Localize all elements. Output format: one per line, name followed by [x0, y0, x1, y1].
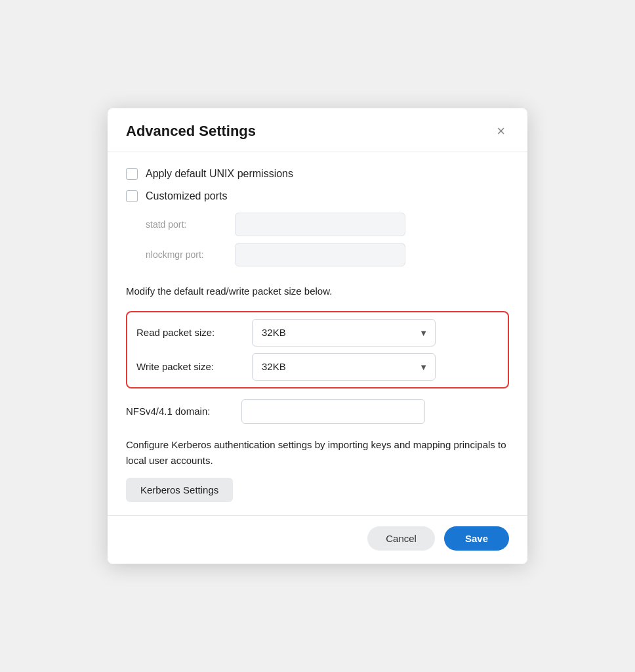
dialog-title: Advanced Settings — [126, 123, 256, 140]
nlockmgr-port-label: nlockmgr port: — [146, 249, 224, 260]
nfsv4-domain-label: NFSv4/4.1 domain: — [126, 406, 231, 417]
write-packet-select[interactable]: 8KB 16KB 32KB 64KB 128KB — [252, 353, 436, 381]
read-packet-row: Read packet size: 8KB 16KB 32KB 64KB 128… — [136, 319, 499, 346]
read-packet-select[interactable]: 8KB 16KB 32KB 64KB 128KB — [252, 319, 436, 346]
statd-port-input[interactable] — [235, 213, 405, 236]
customized-ports-label[interactable]: Customized ports — [146, 190, 228, 202]
save-button[interactable]: Save — [444, 526, 509, 551]
unix-permissions-row: Apply default UNIX permissions — [126, 168, 509, 180]
kerberos-desc: Configure Kerberos authentication settin… — [126, 437, 509, 469]
nlockmgr-port-input[interactable] — [235, 243, 405, 266]
nfsv4-domain-row: NFSv4/4.1 domain: — [126, 399, 509, 424]
advanced-settings-dialog: Advanced Settings × Apply default UNIX p… — [108, 108, 527, 564]
customized-ports-checkbox[interactable] — [126, 190, 138, 202]
write-packet-label: Write packet size: — [136, 361, 241, 372]
unix-permissions-checkbox[interactable] — [126, 168, 138, 180]
packet-size-desc: Modify the default read/write packet siz… — [126, 284, 509, 299]
statd-port-row: statd port: — [146, 213, 509, 236]
read-packet-label: Read packet size: — [136, 327, 241, 338]
customized-ports-row: Customized ports — [126, 190, 509, 202]
dialog-header: Advanced Settings × — [108, 108, 527, 152]
nlockmgr-port-row: nlockmgr port: — [146, 243, 509, 266]
write-packet-row: Write packet size: 8KB 16KB 32KB 64KB 12… — [136, 353, 499, 381]
kerberos-settings-button[interactable]: Kerberos Settings — [126, 478, 233, 502]
read-packet-select-wrapper: 8KB 16KB 32KB 64KB 128KB ▼ — [252, 319, 436, 346]
dialog-body: Apply default UNIX permissions Customize… — [108, 152, 527, 515]
dialog-footer: Cancel Save — [108, 515, 527, 564]
write-packet-select-wrapper: 8KB 16KB 32KB 64KB 128KB ▼ — [252, 353, 436, 381]
port-section: statd port: nlockmgr port: — [146, 213, 509, 266]
cancel-button[interactable]: Cancel — [367, 526, 435, 551]
close-button[interactable]: × — [493, 121, 509, 141]
nfsv4-domain-input[interactable] — [241, 399, 425, 424]
statd-port-label: statd port: — [146, 219, 224, 230]
packet-size-highlight-box: Read packet size: 8KB 16KB 32KB 64KB 128… — [126, 311, 509, 388]
unix-permissions-label[interactable]: Apply default UNIX permissions — [146, 168, 293, 180]
